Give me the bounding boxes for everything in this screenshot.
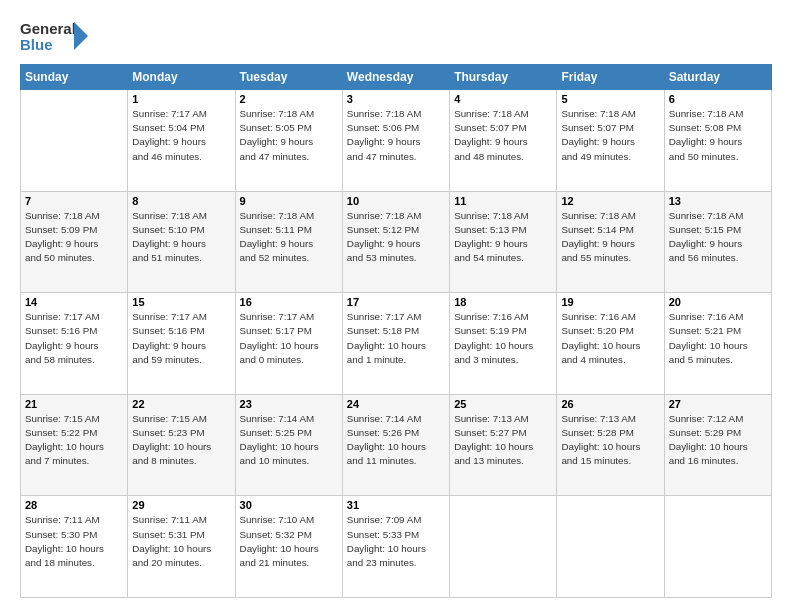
day-number: 25 xyxy=(454,398,552,410)
calendar-cell: 3Sunrise: 7:18 AM Sunset: 5:06 PM Daylig… xyxy=(342,90,449,192)
day-number: 9 xyxy=(240,195,338,207)
week-row-5: 28Sunrise: 7:11 AM Sunset: 5:30 PM Dayli… xyxy=(21,496,772,598)
calendar-cell: 9Sunrise: 7:18 AM Sunset: 5:11 PM Daylig… xyxy=(235,191,342,293)
day-number: 28 xyxy=(25,499,123,511)
day-info: Sunrise: 7:13 AM Sunset: 5:28 PM Dayligh… xyxy=(561,412,659,469)
day-number: 22 xyxy=(132,398,230,410)
calendar-cell: 20Sunrise: 7:16 AM Sunset: 5:21 PM Dayli… xyxy=(664,293,771,395)
day-number: 23 xyxy=(240,398,338,410)
day-header-thursday: Thursday xyxy=(450,65,557,90)
calendar-page: GeneralBlue SundayMondayTuesdayWednesday… xyxy=(0,0,792,612)
day-info: Sunrise: 7:12 AM Sunset: 5:29 PM Dayligh… xyxy=(669,412,767,469)
day-info: Sunrise: 7:18 AM Sunset: 5:13 PM Dayligh… xyxy=(454,209,552,266)
day-info: Sunrise: 7:14 AM Sunset: 5:26 PM Dayligh… xyxy=(347,412,445,469)
week-row-2: 7Sunrise: 7:18 AM Sunset: 5:09 PM Daylig… xyxy=(21,191,772,293)
calendar-cell xyxy=(21,90,128,192)
week-row-4: 21Sunrise: 7:15 AM Sunset: 5:22 PM Dayli… xyxy=(21,394,772,496)
day-info: Sunrise: 7:16 AM Sunset: 5:21 PM Dayligh… xyxy=(669,310,767,367)
calendar-cell: 21Sunrise: 7:15 AM Sunset: 5:22 PM Dayli… xyxy=(21,394,128,496)
day-header-monday: Monday xyxy=(128,65,235,90)
calendar-cell: 25Sunrise: 7:13 AM Sunset: 5:27 PM Dayli… xyxy=(450,394,557,496)
calendar-cell: 29Sunrise: 7:11 AM Sunset: 5:31 PM Dayli… xyxy=(128,496,235,598)
calendar-cell: 17Sunrise: 7:17 AM Sunset: 5:18 PM Dayli… xyxy=(342,293,449,395)
week-row-1: 1Sunrise: 7:17 AM Sunset: 5:04 PM Daylig… xyxy=(21,90,772,192)
day-number: 21 xyxy=(25,398,123,410)
day-number: 16 xyxy=(240,296,338,308)
calendar-cell: 30Sunrise: 7:10 AM Sunset: 5:32 PM Dayli… xyxy=(235,496,342,598)
day-info: Sunrise: 7:11 AM Sunset: 5:31 PM Dayligh… xyxy=(132,513,230,570)
day-info: Sunrise: 7:18 AM Sunset: 5:11 PM Dayligh… xyxy=(240,209,338,266)
day-info: Sunrise: 7:17 AM Sunset: 5:16 PM Dayligh… xyxy=(132,310,230,367)
day-info: Sunrise: 7:18 AM Sunset: 5:07 PM Dayligh… xyxy=(454,107,552,164)
day-number: 4 xyxy=(454,93,552,105)
calendar-cell xyxy=(557,496,664,598)
svg-text:Blue: Blue xyxy=(20,36,53,53)
day-number: 1 xyxy=(132,93,230,105)
day-number: 6 xyxy=(669,93,767,105)
day-info: Sunrise: 7:18 AM Sunset: 5:12 PM Dayligh… xyxy=(347,209,445,266)
day-number: 10 xyxy=(347,195,445,207)
calendar-cell: 4Sunrise: 7:18 AM Sunset: 5:07 PM Daylig… xyxy=(450,90,557,192)
day-number: 7 xyxy=(25,195,123,207)
header: GeneralBlue xyxy=(20,18,772,54)
calendar-cell: 7Sunrise: 7:18 AM Sunset: 5:09 PM Daylig… xyxy=(21,191,128,293)
calendar-cell: 6Sunrise: 7:18 AM Sunset: 5:08 PM Daylig… xyxy=(664,90,771,192)
day-info: Sunrise: 7:18 AM Sunset: 5:05 PM Dayligh… xyxy=(240,107,338,164)
day-number: 12 xyxy=(561,195,659,207)
day-header-friday: Friday xyxy=(557,65,664,90)
week-row-3: 14Sunrise: 7:17 AM Sunset: 5:16 PM Dayli… xyxy=(21,293,772,395)
day-info: Sunrise: 7:09 AM Sunset: 5:33 PM Dayligh… xyxy=(347,513,445,570)
day-number: 20 xyxy=(669,296,767,308)
day-info: Sunrise: 7:16 AM Sunset: 5:20 PM Dayligh… xyxy=(561,310,659,367)
day-info: Sunrise: 7:17 AM Sunset: 5:16 PM Dayligh… xyxy=(25,310,123,367)
svg-marker-2 xyxy=(74,22,88,50)
calendar-cell: 15Sunrise: 7:17 AM Sunset: 5:16 PM Dayli… xyxy=(128,293,235,395)
day-info: Sunrise: 7:15 AM Sunset: 5:23 PM Dayligh… xyxy=(132,412,230,469)
calendar-cell: 19Sunrise: 7:16 AM Sunset: 5:20 PM Dayli… xyxy=(557,293,664,395)
day-number: 2 xyxy=(240,93,338,105)
day-number: 19 xyxy=(561,296,659,308)
calendar-cell: 26Sunrise: 7:13 AM Sunset: 5:28 PM Dayli… xyxy=(557,394,664,496)
calendar-header-row: SundayMondayTuesdayWednesdayThursdayFrid… xyxy=(21,65,772,90)
calendar-cell: 11Sunrise: 7:18 AM Sunset: 5:13 PM Dayli… xyxy=(450,191,557,293)
calendar-cell: 22Sunrise: 7:15 AM Sunset: 5:23 PM Dayli… xyxy=(128,394,235,496)
day-info: Sunrise: 7:15 AM Sunset: 5:22 PM Dayligh… xyxy=(25,412,123,469)
calendar-cell: 1Sunrise: 7:17 AM Sunset: 5:04 PM Daylig… xyxy=(128,90,235,192)
day-info: Sunrise: 7:18 AM Sunset: 5:15 PM Dayligh… xyxy=(669,209,767,266)
day-info: Sunrise: 7:18 AM Sunset: 5:07 PM Dayligh… xyxy=(561,107,659,164)
calendar-cell: 10Sunrise: 7:18 AM Sunset: 5:12 PM Dayli… xyxy=(342,191,449,293)
day-number: 3 xyxy=(347,93,445,105)
calendar-cell: 31Sunrise: 7:09 AM Sunset: 5:33 PM Dayli… xyxy=(342,496,449,598)
day-number: 14 xyxy=(25,296,123,308)
day-number: 26 xyxy=(561,398,659,410)
day-info: Sunrise: 7:14 AM Sunset: 5:25 PM Dayligh… xyxy=(240,412,338,469)
day-info: Sunrise: 7:18 AM Sunset: 5:10 PM Dayligh… xyxy=(132,209,230,266)
day-info: Sunrise: 7:18 AM Sunset: 5:06 PM Dayligh… xyxy=(347,107,445,164)
calendar-cell xyxy=(450,496,557,598)
calendar-cell: 16Sunrise: 7:17 AM Sunset: 5:17 PM Dayli… xyxy=(235,293,342,395)
calendar-cell: 8Sunrise: 7:18 AM Sunset: 5:10 PM Daylig… xyxy=(128,191,235,293)
day-number: 29 xyxy=(132,499,230,511)
day-number: 11 xyxy=(454,195,552,207)
day-info: Sunrise: 7:17 AM Sunset: 5:17 PM Dayligh… xyxy=(240,310,338,367)
calendar-cell: 13Sunrise: 7:18 AM Sunset: 5:15 PM Dayli… xyxy=(664,191,771,293)
day-header-wednesday: Wednesday xyxy=(342,65,449,90)
day-number: 24 xyxy=(347,398,445,410)
day-header-tuesday: Tuesday xyxy=(235,65,342,90)
day-info: Sunrise: 7:17 AM Sunset: 5:04 PM Dayligh… xyxy=(132,107,230,164)
day-info: Sunrise: 7:18 AM Sunset: 5:08 PM Dayligh… xyxy=(669,107,767,164)
calendar-cell: 14Sunrise: 7:17 AM Sunset: 5:16 PM Dayli… xyxy=(21,293,128,395)
calendar-cell: 24Sunrise: 7:14 AM Sunset: 5:26 PM Dayli… xyxy=(342,394,449,496)
calendar-table: SundayMondayTuesdayWednesdayThursdayFrid… xyxy=(20,64,772,598)
day-number: 13 xyxy=(669,195,767,207)
logo-svg: GeneralBlue xyxy=(20,18,90,54)
day-header-saturday: Saturday xyxy=(664,65,771,90)
day-number: 30 xyxy=(240,499,338,511)
calendar-cell: 23Sunrise: 7:14 AM Sunset: 5:25 PM Dayli… xyxy=(235,394,342,496)
day-number: 31 xyxy=(347,499,445,511)
calendar-cell xyxy=(664,496,771,598)
day-info: Sunrise: 7:18 AM Sunset: 5:14 PM Dayligh… xyxy=(561,209,659,266)
day-number: 8 xyxy=(132,195,230,207)
day-number: 27 xyxy=(669,398,767,410)
calendar-cell: 18Sunrise: 7:16 AM Sunset: 5:19 PM Dayli… xyxy=(450,293,557,395)
